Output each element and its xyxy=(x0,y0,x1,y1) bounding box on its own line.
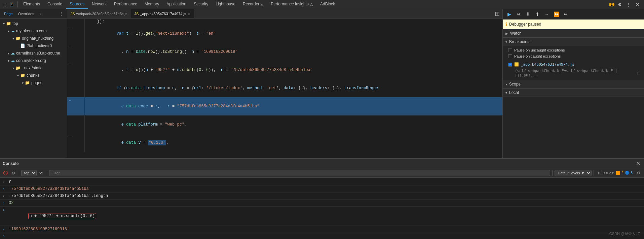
step-into-btn[interactable]: ⬇ xyxy=(524,10,532,18)
console-line: ‹ '757dbfeb865e8277a284d8fa4a4b51ba' xyxy=(0,185,644,193)
local-header[interactable]: ▾ Local xyxy=(503,89,644,97)
tab-memory[interactable]: Memory xyxy=(141,0,162,9)
tree-arrow: ▾ xyxy=(20,81,25,85)
toolbar-divider xyxy=(594,170,594,176)
section-arrow-icon: ▾ xyxy=(505,82,507,86)
editor-tab-app[interactable]: JS _app-b4605476317a4974.js ✕ xyxy=(131,9,195,19)
panel-tab-page[interactable]: Page xyxy=(3,11,14,16)
tab-lighthouse[interactable]: Lighthouse xyxy=(212,0,239,9)
pause-uncaught-option: Pause on uncaught exceptions xyxy=(508,47,639,53)
tree-arrow: ▾ xyxy=(6,59,11,63)
console-input-line[interactable]: › xyxy=(0,233,644,239)
tree-item-label: top xyxy=(12,21,18,26)
step-over-btn[interactable]: ↪ xyxy=(515,10,522,18)
js-file-icon: JS xyxy=(135,12,139,16)
debugger-paused-label: Debugger paused xyxy=(509,22,541,27)
watch-header[interactable]: ▶ Watch xyxy=(503,29,644,37)
console-arrow: ‹ xyxy=(3,200,7,206)
step-btn[interactable]: → xyxy=(543,10,551,18)
section-arrow-icon: ▶ xyxy=(505,32,508,35)
step-over2-btn[interactable]: ⏩ xyxy=(553,10,560,18)
console-output[interactable]: › r ‹ '757dbfeb865e8277a284d8fa4a4b51ba'… xyxy=(0,178,644,239)
inspect-icon[interactable]: ⬚ xyxy=(1,1,7,7)
tree-item-camelhash[interactable]: ▾ ☁ camelhash.s3.ap-southe xyxy=(0,49,67,57)
breakpoints-header[interactable]: ▾ Breakpoints xyxy=(503,38,644,46)
folder-icon: 📁 xyxy=(20,73,25,78)
console-settings-btn[interactable]: ⚙ xyxy=(635,170,642,176)
editor-tab-webpack[interactable]: JS webpack-202d9e5f2ca81e3c.js xyxy=(67,9,131,19)
console-clear-btn[interactable]: 🚫 xyxy=(2,170,9,176)
panel-tab-more[interactable]: » xyxy=(38,11,43,16)
bp-checkbox[interactable]: ✓ xyxy=(508,63,512,67)
step-out-btn[interactable]: ⬆ xyxy=(534,10,541,18)
code-line: e.data.platform = "web_pc", xyxy=(67,115,502,134)
panel-tab-overrides[interactable]: Overrides xyxy=(17,11,36,16)
cloud-icon: ☁ xyxy=(11,29,15,33)
device-icon[interactable]: 📱 xyxy=(9,1,15,7)
error-count: 🔵 8 xyxy=(625,171,633,175)
breakpoints-label: Breakpoints xyxy=(509,39,530,44)
close-tab-icon[interactable]: ✕ xyxy=(187,11,191,16)
settings-icon[interactable]: ⚙ xyxy=(616,1,623,8)
more-icon[interactable]: ⋮ xyxy=(625,1,632,8)
warn-count: 🟧 2 xyxy=(616,171,623,175)
console-active-line[interactable]: › n + "9527" + n.substr(0, 6) xyxy=(0,207,644,226)
tab-application[interactable]: Application xyxy=(163,0,190,9)
tree-arrow xyxy=(15,44,20,48)
tree-item-label: camelhash.s3.ap-southe xyxy=(16,51,60,56)
editor-tab-label: webpack-202d9e5f2ca81e3c.js xyxy=(76,12,127,16)
tab-console[interactable]: Console xyxy=(44,0,66,9)
tab-performance-insights[interactable]: Performance insights △ xyxy=(267,0,316,9)
tab-sources[interactable]: Sources xyxy=(66,0,88,9)
close-devtools-icon[interactable]: ✕ xyxy=(634,1,641,8)
pause-caught-option: Pause on caught exceptions xyxy=(508,53,639,59)
tree-item-next-static[interactable]: ▾ 📁 _next/static xyxy=(0,64,67,72)
line-content: e.data.platform = "web_pc", xyxy=(85,115,502,134)
tab-recorder[interactable]: Recorder △ xyxy=(239,0,267,9)
tree-item-cdn[interactable]: ▾ ☁ cdn.mytoken.org xyxy=(0,57,67,64)
panel-menu-icon[interactable]: ⋮ xyxy=(58,10,64,17)
folder-icon: 📁 xyxy=(6,21,11,26)
tree-arrow: ▾ xyxy=(11,37,15,40)
tab-adblock[interactable]: AdBlock xyxy=(317,0,338,9)
watch-label: Watch xyxy=(510,31,522,36)
console-text: r xyxy=(9,179,641,185)
line-num xyxy=(73,79,85,97)
add-tab-icon[interactable]: ⊞ xyxy=(492,10,502,18)
line-num xyxy=(73,43,85,61)
console-eye-btn[interactable]: 👁 xyxy=(38,170,45,176)
tree-item-pages[interactable]: ▾ 📁 pages xyxy=(0,79,67,87)
tab-elements[interactable]: Elements xyxy=(20,0,43,9)
code-line-highlighted: - e.data.code = r, r = "757dbfeb865e8277… xyxy=(67,97,502,115)
tab-network[interactable]: Network xyxy=(88,0,110,9)
console-filter-toggle[interactable]: ⊘ xyxy=(10,170,17,176)
console-context-select[interactable]: top xyxy=(21,170,37,176)
tree-item-mytokencap[interactable]: ▾ ☁ mytokencap.com xyxy=(0,27,67,35)
line-num xyxy=(73,25,85,43)
console-level-select[interactable]: Default levels ▼ xyxy=(555,170,592,176)
console-filter-input[interactable] xyxy=(49,170,550,176)
tab-performance[interactable]: Performance xyxy=(111,0,141,9)
tree-item-chunks[interactable]: ▾ 📁 chunks xyxy=(0,72,67,79)
pause-caught-checkbox[interactable] xyxy=(508,54,512,58)
deactivate-breakpoints-btn[interactable]: ↩ xyxy=(562,10,569,18)
toolbar-divider xyxy=(19,170,19,176)
tree-item-nuxt[interactable]: ▾ 📁 original/_nuxt/img xyxy=(0,35,67,42)
resume-btn[interactable]: ▶ xyxy=(505,10,513,18)
console-input-text xyxy=(9,233,641,239)
issues-label: 10 Issues: xyxy=(597,171,614,175)
pause-uncaught-checkbox[interactable] xyxy=(508,48,512,52)
tree-item-tabactive[interactable]: 📄 ?tab_active=0 xyxy=(0,42,67,49)
console-toolbar: 🚫 ⊘ top 👁 Default levels ▼ 10 Issues: 🟧 … xyxy=(0,168,644,178)
tab-security[interactable]: Security xyxy=(190,0,212,9)
tree-item-label: chunks xyxy=(27,73,39,78)
console-close-btn[interactable]: ✕ xyxy=(635,160,641,167)
panel-header: Page Overrides » ⋮ xyxy=(0,9,67,19)
tree-arrow: ▾ xyxy=(11,66,15,70)
tree-item-label: pages xyxy=(31,80,42,85)
warning-icon: ℹ xyxy=(505,22,507,27)
tree-arrow: ▾ xyxy=(1,22,6,26)
code-line: - var t = l().get("next-i18next") t = "e… xyxy=(67,25,502,43)
scope-header[interactable]: ▾ Scope xyxy=(503,80,644,88)
tree-item-top[interactable]: ▾ 📁 top xyxy=(0,20,67,27)
